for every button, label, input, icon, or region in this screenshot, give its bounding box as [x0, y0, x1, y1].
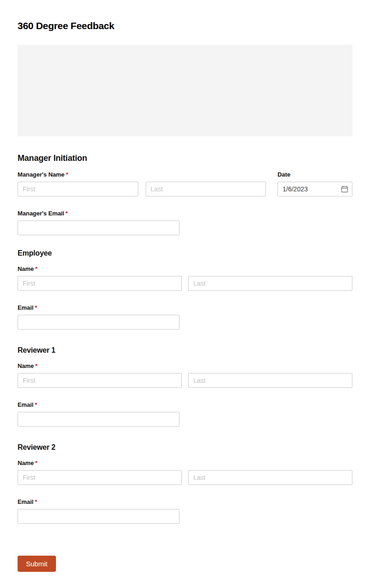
managers-first-name-input[interactable] [18, 182, 138, 196]
reviewer1-name-label: Name* [18, 362, 352, 369]
calendar-icon[interactable] [341, 185, 348, 193]
managers-email-input[interactable] [18, 220, 179, 235]
reviewer2-last-name-input[interactable] [188, 470, 352, 485]
required-asterisk: * [35, 265, 37, 272]
reviewer1-email-input[interactable] [18, 412, 179, 427]
reviewer1-last-name-input[interactable] [188, 373, 352, 388]
reviewer1-name-field: Name* [18, 362, 352, 388]
section-heading-reviewer-1: Reviewer 1 [18, 346, 352, 355]
reviewer2-name-label: Name* [18, 459, 352, 466]
reviewer2-name-field: Name* [18, 459, 352, 485]
managers-last-name-input[interactable] [146, 182, 266, 196]
required-asterisk: * [35, 362, 37, 369]
managers-email-field: Manager's Email* [18, 210, 352, 235]
reviewer1-email-field: Email* [18, 401, 352, 427]
employee-last-name-input[interactable] [188, 276, 352, 291]
employee-name-field: Name* [18, 265, 352, 291]
manager-name-date-row: Manager's Name* Date [18, 171, 352, 196]
section-heading-manager-initiation: Manager Initiation [18, 153, 352, 163]
employee-email-field: Email* [18, 304, 352, 330]
section-heading-employee: Employee [18, 249, 352, 257]
reviewer2-email-field: Email* [18, 498, 352, 524]
date-label: Date [278, 171, 352, 178]
employee-name-label: Name* [18, 265, 352, 272]
reviewer2-email-label: Email* [18, 498, 352, 505]
employee-first-name-input[interactable] [18, 276, 182, 291]
date-field: Date [278, 171, 352, 196]
employee-email-input[interactable] [18, 315, 179, 330]
required-asterisk: * [35, 401, 37, 408]
reviewer1-first-name-input[interactable] [18, 373, 182, 388]
header-image-placeholder [18, 45, 352, 136]
submit-button[interactable]: Submit [18, 556, 56, 572]
reviewer2-first-name-input[interactable] [18, 470, 182, 485]
managers-name-label: Manager's Name* [18, 171, 266, 178]
employee-email-label: Email* [18, 304, 352, 311]
required-asterisk: * [66, 171, 68, 178]
managers-email-label: Manager's Email* [18, 210, 352, 217]
section-heading-reviewer-2: Reviewer 2 [18, 443, 352, 452]
required-asterisk: * [35, 459, 37, 466]
form-title: 360 Degree Feedback [18, 20, 352, 31]
form-page: 360 Degree Feedback Manager Initiation M… [0, 20, 370, 588]
required-asterisk: * [35, 304, 37, 311]
required-asterisk: * [66, 210, 68, 217]
reviewer2-email-input[interactable] [18, 509, 179, 524]
required-asterisk: * [35, 498, 37, 505]
reviewer1-email-label: Email* [18, 401, 352, 408]
managers-name-field: Manager's Name* [18, 171, 266, 196]
